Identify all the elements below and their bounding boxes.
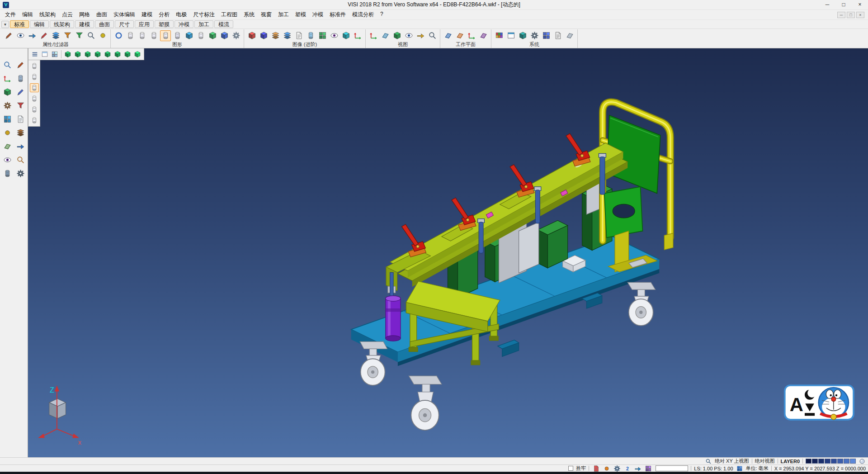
filter-tool-icon[interactable] — [15, 100, 26, 111]
shade-mode-1-icon[interactable] — [125, 30, 136, 41]
system-plane-icon[interactable] — [564, 30, 575, 41]
adv-section-icon[interactable] — [305, 30, 316, 41]
grid-tool-icon[interactable] — [2, 114, 13, 124]
view-axes-icon[interactable] — [368, 30, 379, 41]
view-axono-icon[interactable] — [133, 50, 142, 59]
system-settings-icon[interactable] — [529, 30, 540, 41]
shade-mode-3-icon[interactable] — [148, 30, 159, 41]
menu-item-14[interactable]: 加工 — [275, 10, 292, 19]
tab-2[interactable]: 线架构 — [50, 20, 74, 28]
select-tool-icon[interactable] — [2, 59, 13, 70]
view-visibility-icon[interactable] — [403, 30, 414, 41]
layer-swatch-6[interactable] — [844, 459, 849, 464]
filter-color-icon[interactable] — [74, 30, 85, 41]
view-back-icon[interactable] — [103, 50, 112, 59]
layer-swatch-5[interactable] — [837, 459, 843, 464]
close-button[interactable]: × — [852, 0, 868, 9]
adv-view-red-icon[interactable] — [246, 30, 257, 41]
search-icon[interactable] — [705, 458, 712, 465]
view-bottom-icon[interactable] — [123, 50, 132, 59]
active-layer-label[interactable]: LAYER0 — [781, 459, 800, 464]
adv-view-blue-icon[interactable] — [258, 30, 269, 41]
wireframe-icon[interactable] — [113, 30, 124, 41]
menu-item-0[interactable]: 文件 — [2, 10, 19, 19]
view-left-icon[interactable] — [113, 50, 122, 59]
mdi-restore-button[interactable]: □ — [847, 12, 855, 18]
menu-item-10[interactable]: 尺寸标注 — [190, 10, 218, 19]
layer-swatch-3[interactable] — [825, 459, 830, 464]
system-grid-icon[interactable] — [541, 30, 552, 41]
model-canvas[interactable]: Z x A — [28, 48, 868, 457]
view-cube-icon[interactable] — [392, 30, 402, 41]
workplane-custom-icon[interactable] — [454, 30, 465, 41]
view-top-icon[interactable] — [73, 50, 82, 59]
multi-view-icon[interactable] — [50, 50, 59, 59]
menu-item-1[interactable]: 编辑 — [19, 10, 36, 19]
maximize-button[interactable]: □ — [835, 0, 852, 9]
grid-status-icon[interactable] — [644, 464, 653, 473]
settings-tool-icon[interactable] — [2, 100, 13, 111]
shade-mode-2-icon[interactable] — [137, 30, 147, 41]
search-entities-icon[interactable] — [85, 30, 96, 41]
tab-4[interactable]: 曲面 — [95, 20, 114, 28]
menu-item-17[interactable]: 标准件 — [326, 10, 349, 19]
menu-item-16[interactable]: 冲模 — [309, 10, 326, 19]
highlight-icon[interactable] — [97, 30, 108, 41]
adv-render-icon[interactable] — [340, 30, 351, 41]
zoom-tool-icon[interactable] — [15, 154, 26, 165]
filter-all-icon[interactable] — [30, 116, 39, 125]
view-zoom-icon[interactable] — [427, 30, 438, 41]
trim-tool-icon[interactable] — [15, 59, 26, 70]
adv-layers-blue-icon[interactable] — [282, 30, 292, 41]
edit-attributes-icon[interactable] — [3, 30, 14, 41]
layer-manager-icon[interactable] — [50, 30, 61, 41]
tab-7[interactable]: 塑膜 — [155, 20, 174, 28]
document-tool-icon[interactable] — [15, 114, 26, 124]
entity-visibility-icon[interactable] — [15, 30, 26, 41]
render-solid-icon[interactable] — [184, 30, 194, 41]
mdi-minimize-button[interactable]: ─ — [837, 12, 845, 18]
sketch-tool-icon[interactable] — [15, 86, 26, 97]
help-level-icon[interactable]: 2 — [623, 464, 632, 473]
filter-curves-icon[interactable] — [30, 72, 39, 81]
shade-mode-5-icon[interactable] — [195, 30, 206, 41]
menu-item-15[interactable]: 塑模 — [292, 10, 309, 19]
system-doc-icon[interactable] — [552, 30, 563, 41]
graphics-settings-icon[interactable] — [231, 30, 241, 41]
minimize-button[interactable]: ─ — [819, 0, 835, 9]
copy-attributes-icon[interactable] — [27, 30, 38, 41]
filter-points-icon[interactable] — [30, 62, 39, 71]
menu-item-7[interactable]: 建模 — [138, 10, 156, 19]
system-window-icon[interactable] — [505, 30, 516, 41]
adv-layers-orange-icon[interactable] — [270, 30, 281, 41]
menu-item-13[interactable]: 视窗 — [258, 10, 275, 19]
viewport-menu-icon[interactable] — [30, 50, 39, 59]
shade-mode-active-icon[interactable] — [160, 30, 171, 41]
menu-item-4[interactable]: 网格 — [76, 10, 93, 19]
system-cube-icon[interactable] — [517, 30, 528, 41]
cylinder-tool-icon[interactable] — [15, 73, 26, 84]
adv-grid-icon[interactable] — [317, 30, 328, 41]
tab-5[interactable]: 尺寸 — [115, 20, 134, 28]
point-tool-icon[interactable] — [2, 127, 13, 138]
menu-item-19[interactable]: ? — [377, 10, 387, 19]
render-sphere-icon[interactable] — [859, 458, 866, 465]
tab-0[interactable]: 标准 — [10, 20, 29, 28]
layers-tool-icon[interactable] — [15, 127, 26, 138]
menu-item-9[interactable]: 电极 — [173, 10, 190, 19]
menu-item-11[interactable]: 工程图 — [218, 10, 241, 19]
view-right-icon[interactable] — [93, 50, 102, 59]
plane-tool-icon[interactable] — [2, 141, 13, 152]
workplane-view-icon[interactable] — [478, 30, 489, 41]
solid-tool-icon[interactable] — [2, 86, 13, 97]
layer-swatch-7[interactable] — [850, 459, 856, 464]
menu-item-2[interactable]: 线架构 — [36, 10, 59, 19]
filter-solids-icon[interactable] — [30, 94, 39, 103]
single-view-icon[interactable] — [40, 50, 49, 59]
menu-item-6[interactable]: 实体编辑 — [110, 10, 138, 19]
view-rotate-icon[interactable] — [415, 30, 426, 41]
tab-8[interactable]: 冲模 — [175, 20, 193, 28]
color-palette-icon[interactable] — [494, 30, 505, 41]
adv-inspect-icon[interactable] — [329, 30, 340, 41]
menu-item-5[interactable]: 曲面 — [93, 10, 110, 19]
